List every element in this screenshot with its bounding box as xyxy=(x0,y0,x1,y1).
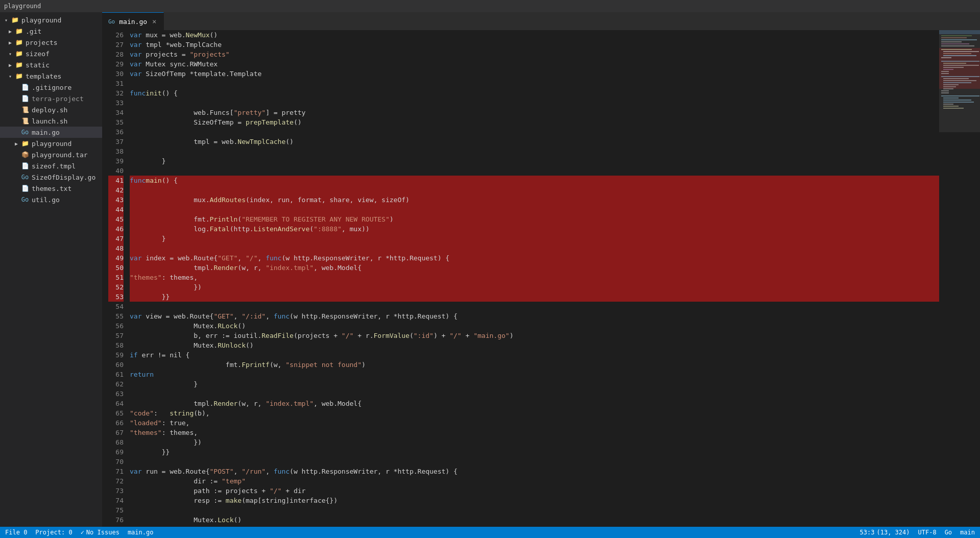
code-line: if err != nil { xyxy=(130,350,939,360)
status-cursor: 53:3 (13, 324) xyxy=(860,529,910,536)
sidebar-item-static[interactable]: ▶ 📁 static xyxy=(0,59,102,70)
file-icon: Go xyxy=(20,195,30,204)
status-file-label: File 0 xyxy=(5,529,27,536)
top-bar: playground xyxy=(0,0,980,12)
tab-main-go[interactable]: Go main.go × xyxy=(102,12,164,30)
status-right: 53:3 (13, 324) UTF-8 Go main xyxy=(860,529,975,536)
sidebar-item-templates[interactable]: ▾ 📁 templates xyxy=(0,70,102,82)
code-line xyxy=(130,389,939,399)
file-icon: 📦 xyxy=(20,150,30,159)
code-line: SizeOfTemp = prepTemplate() xyxy=(130,117,939,127)
code-line: var Mutex sync.RWMutex xyxy=(130,59,939,69)
code-line xyxy=(130,302,939,311)
sidebar-item-util-go[interactable]: ▶ Go util.go xyxy=(0,194,102,205)
code-line: var view = web.Route{"GET", "/:id", func… xyxy=(130,311,939,321)
code-editor: 2627282930313233343536373839404142434445… xyxy=(102,30,980,527)
code-line: fmt.Println("REMEMBER TO REGISTER ANY NE… xyxy=(130,214,939,224)
sidebar-item-launch-sh[interactable]: ▶ 📜 launch.sh xyxy=(0,115,102,127)
sidebar-item-deploy-sh[interactable]: ▶ 📜 deploy.sh xyxy=(0,104,102,115)
sidebar-item-label: playground.tar xyxy=(32,151,88,159)
code-line: dir := "temp" xyxy=(130,476,939,486)
file-icon: 📜 xyxy=(20,116,30,126)
sidebar-item-label: projects xyxy=(26,39,58,46)
sidebar-item-main-go[interactable]: ▶ Go main.go xyxy=(0,127,102,138)
sidebar-item-themes-txt[interactable]: ▶ 📄 themes.txt xyxy=(0,183,102,194)
sidebar-item-projects[interactable]: ▶ 📁 projects xyxy=(0,37,102,48)
folder-icon: 📁 xyxy=(14,49,23,58)
file-icon: 📄 xyxy=(20,94,30,103)
sidebar-item-label: .gitignore xyxy=(32,84,71,91)
code-line: mux.AddRoutes(index, run, format, share,… xyxy=(130,195,939,205)
code-line: } xyxy=(130,379,939,389)
check-icon: ✓ xyxy=(81,529,84,536)
sidebar-item-playground[interactable]: ▶ 📁 playground xyxy=(0,138,102,149)
code-line: }) xyxy=(130,282,939,292)
status-lang: Go xyxy=(945,529,952,536)
sidebar-item-git[interactable]: ▶ 📁 .git xyxy=(0,26,102,37)
code-line: web.Funcs["pretty"] = pretty xyxy=(130,108,939,117)
status-lang-text: Go xyxy=(945,529,952,536)
code-line: Mutex.Lock() xyxy=(130,515,939,525)
code-line xyxy=(130,457,939,467)
status-app-text: main xyxy=(960,529,975,536)
code-line: fmt.Fprintf(w, "snippet not found") xyxy=(130,360,939,370)
status-app: main xyxy=(960,529,975,536)
code-line: func main() { xyxy=(130,176,939,185)
sidebar-item-label: main.go xyxy=(32,129,60,136)
code-content[interactable]: var mux = web.NewMux() var tmpl *web.Tmp… xyxy=(128,30,939,527)
sidebar-item-sizeof-tmpl[interactable]: ▶ 📄 sizeof.tmpl xyxy=(0,160,102,172)
sidebar-item-sizeof[interactable]: ▾ 📁 sizeof xyxy=(0,48,102,59)
sidebar[interactable]: ▾ 📁 playground ▶ 📁 .git ▶ 📁 projects ▾ 📁… xyxy=(0,12,102,527)
status-issues: ✓ No Issues xyxy=(81,529,119,536)
tab-close-button[interactable]: × xyxy=(151,17,157,26)
sidebar-item-label: .git xyxy=(26,28,41,35)
sidebar-item-label: sizeof xyxy=(26,50,50,58)
code-line: tmpl.Render(w, r, "index.tmpl", web.Mode… xyxy=(130,399,939,408)
arrow-icon: ▾ xyxy=(2,17,10,23)
folder-icon: 📁 xyxy=(14,27,23,36)
file-icon: 📄 xyxy=(20,184,30,193)
arrow-icon: ▶ xyxy=(6,29,14,34)
folder-icon: 📁 xyxy=(10,15,19,25)
status-bar: File 0 Project: 0 ✓ No Issues main.go 53… xyxy=(0,527,980,538)
tabs-bar: Go main.go × xyxy=(102,12,980,30)
sidebar-item-label: static xyxy=(26,61,50,69)
sidebar-item-label: themes.txt xyxy=(32,185,71,192)
code-line: } xyxy=(130,234,939,243)
sidebar-item-sizedisplay-go[interactable]: ▶ Go SizeOfDisplay.go xyxy=(0,172,102,183)
sidebar-item-label: SizeOfDisplay.go xyxy=(32,174,95,181)
sidebar-item-terra-project[interactable]: ▶ 📄 terra-project xyxy=(0,93,102,104)
sidebar-root[interactable]: ▾ 📁 playground xyxy=(0,14,102,26)
sidebar-item-playground-tar[interactable]: ▶ 📦 playground.tar xyxy=(0,149,102,160)
arrow-icon: ▶ xyxy=(12,141,20,146)
file-icon: Go xyxy=(20,173,30,182)
sidebar-item-label: deploy.sh xyxy=(32,106,67,114)
code-line xyxy=(130,243,939,253)
code-line xyxy=(130,205,939,214)
code-line xyxy=(130,146,939,156)
file-icon: 📄 xyxy=(20,161,30,170)
folder-icon: 📁 xyxy=(14,71,23,81)
status-selection-text: (13, 324) xyxy=(876,529,910,536)
code-line: }) xyxy=(130,437,939,447)
folder-icon: 📁 xyxy=(20,139,30,148)
status-issues-text: No Issues xyxy=(86,529,119,536)
code-line: tmpl = web.NewTmplCache() xyxy=(130,137,939,146)
code-line: log.Fatal(http.ListenAndServe(":8888", m… xyxy=(130,224,939,234)
editor-area: Go main.go × 262728293031323334353637383… xyxy=(102,12,980,527)
status-cursor-text: 53:3 xyxy=(860,529,875,536)
code-line: }} xyxy=(130,447,939,457)
code-line: func init() { xyxy=(130,88,939,98)
code-line xyxy=(130,505,939,515)
code-line xyxy=(130,166,939,176)
sidebar-item-gitignore[interactable]: ▶ 📄 .gitignore xyxy=(0,82,102,93)
code-line: var tmpl *web.TmplCache xyxy=(130,40,939,50)
sidebar-item-label: playground xyxy=(32,140,71,148)
code-line: "loaded": true, xyxy=(130,418,939,428)
code-line: } xyxy=(130,156,939,166)
top-bar-title: playground xyxy=(4,3,41,10)
minimap-viewport xyxy=(939,30,980,132)
tab-label: main.go xyxy=(119,18,147,26)
code-line: b, err := ioutil.ReadFile(projects + "/"… xyxy=(130,331,939,340)
file-icon: Go xyxy=(108,18,115,25)
